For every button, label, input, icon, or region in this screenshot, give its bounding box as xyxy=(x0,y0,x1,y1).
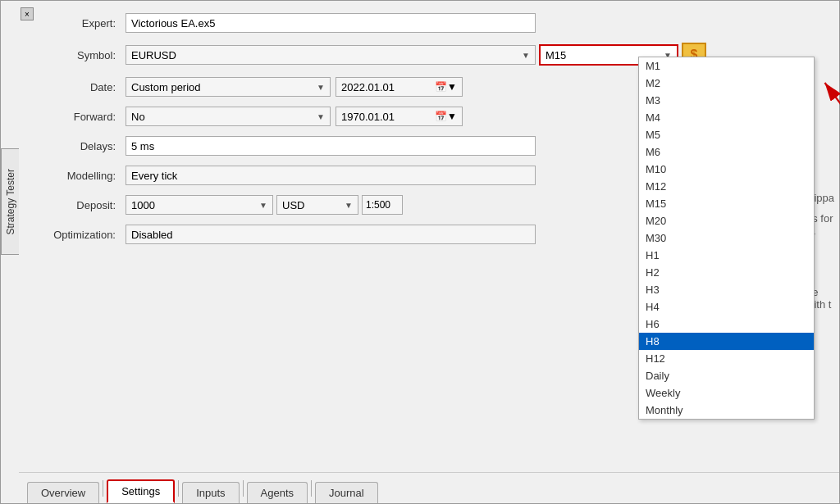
period-dropdown-list: M1M2M3M4M5M6M10M12M15M20M30H1H2H3H4H6H8H… xyxy=(638,57,815,420)
dropdown-item-h6[interactable]: H6 xyxy=(639,316,814,333)
symbol-value: EURUSD xyxy=(131,49,176,61)
forward-date-input[interactable]: 1970.01.01 📅▼ xyxy=(336,107,463,126)
content-area: Expert: Symbol: EURUSD ▼ M15 ▼ $ xyxy=(19,1,839,503)
deposit-amount-select[interactable]: 1000 ▼ xyxy=(126,195,273,215)
symbol-dropdown-arrow: ▼ xyxy=(522,51,530,60)
optimization-select[interactable]: Disabled xyxy=(126,225,536,244)
side-tab-label: Strategy Tester xyxy=(5,169,16,234)
expert-label: Expert: xyxy=(35,17,126,30)
forward-value: No xyxy=(131,111,145,123)
deposit-currency-select[interactable]: USD ▼ xyxy=(276,195,358,215)
deposit-arrow: ▼ xyxy=(259,201,267,210)
svg-line-1 xyxy=(825,83,841,107)
dropdown-item-h4[interactable]: H4 xyxy=(639,298,814,316)
date-type-value: Custom period xyxy=(131,81,201,93)
dropdown-item-h2[interactable]: H2 xyxy=(639,264,814,281)
tab-overview[interactable]: Overview xyxy=(27,482,99,503)
optimization-label: Optimization: xyxy=(35,229,126,241)
date-type-arrow: ▼ xyxy=(317,83,325,92)
leverage-input[interactable]: 1:500 xyxy=(362,195,403,215)
dropdown-item-m4[interactable]: M4 xyxy=(639,109,814,126)
symbol-label: Symbol: xyxy=(35,49,126,61)
tab-agents[interactable]: Agents xyxy=(247,482,308,503)
delays-label: Delays: xyxy=(35,140,126,152)
leverage-value: 1:500 xyxy=(366,199,390,211)
forward-select[interactable]: No ▼ xyxy=(126,107,331,126)
form-area: Expert: Symbol: EURUSD ▼ M15 ▼ $ xyxy=(19,1,839,472)
period-value: M15 xyxy=(546,49,566,61)
side-tab[interactable]: Strategy Tester xyxy=(1,148,19,255)
dropdown-item-m5[interactable]: M5 xyxy=(639,126,814,143)
modelling-select[interactable]: Every tick xyxy=(126,166,536,185)
tab-inputs[interactable]: Inputs xyxy=(182,482,239,503)
date-value-text: 2022.01.01 xyxy=(341,81,395,93)
dropdown-item-m12[interactable]: M12 xyxy=(639,178,814,195)
dropdown-item-m20[interactable]: M20 xyxy=(639,212,814,229)
main-window: × Strategy Tester Expert: Symbol: EURUSD… xyxy=(0,0,840,504)
deposit-amount-value: 1000 xyxy=(131,199,155,211)
close-icon: × xyxy=(25,10,30,19)
dropdown-item-monthly[interactable]: Monthly xyxy=(639,402,814,419)
dropdown-item-m3[interactable]: M3 xyxy=(639,92,814,109)
deposit-controls: 1000 ▼ USD ▼ 1:500 xyxy=(126,195,403,215)
expert-input[interactable] xyxy=(126,13,536,33)
tab-divider-3 xyxy=(243,480,244,497)
close-button[interactable]: × xyxy=(21,7,34,20)
dropdown-item-h12[interactable]: H12 xyxy=(639,350,814,367)
forward-label: Forward: xyxy=(35,111,126,123)
dropdown-item-m2[interactable]: M2 xyxy=(639,75,814,92)
dropdown-item-m10[interactable]: M10 xyxy=(639,161,814,178)
dropdown-item-h1[interactable]: H1 xyxy=(639,247,814,264)
bottom-tabs: OverviewSettingsInputsAgentsJournal xyxy=(19,472,839,503)
modelling-value: Every tick xyxy=(131,170,177,182)
tab-settings[interactable]: Settings xyxy=(107,479,175,503)
tab-divider-2 xyxy=(178,480,179,497)
dropdown-item-daily[interactable]: Daily xyxy=(639,367,814,384)
date-value-input[interactable]: 2022.01.01 📅▼ xyxy=(336,77,463,97)
dropdown-item-m15[interactable]: M15 xyxy=(639,195,814,212)
delays-input[interactable] xyxy=(126,136,536,156)
date-calendar-icon[interactable]: 📅▼ xyxy=(435,81,457,93)
deposit-label: Deposit: xyxy=(35,199,126,211)
expert-row: Expert: xyxy=(35,13,823,33)
symbol-controls: EURUSD ▼ M15 ▼ $ xyxy=(126,43,706,67)
forward-calendar-icon[interactable]: 📅▼ xyxy=(435,111,457,122)
currency-arrow: ▼ xyxy=(345,201,353,210)
dropdown-item-m30[interactable]: M30 xyxy=(639,229,814,247)
tab-journal[interactable]: Journal xyxy=(315,482,378,503)
dropdown-item-h8[interactable]: H8 xyxy=(639,333,814,350)
deposit-currency-value: USD xyxy=(282,199,304,211)
dropdown-item-h3[interactable]: H3 xyxy=(639,281,814,298)
date-type-select[interactable]: Custom period ▼ xyxy=(126,77,331,97)
optimization-value: Disabled xyxy=(131,229,173,241)
tab-divider-1 xyxy=(103,480,103,497)
dropdown-item-m1[interactable]: M1 xyxy=(639,57,814,75)
forward-arrow: ▼ xyxy=(317,112,325,121)
modelling-label: Modelling: xyxy=(35,170,126,182)
tab-divider-4 xyxy=(311,480,312,497)
dropdown-item-m6[interactable]: M6 xyxy=(639,143,814,161)
date-label: Date: xyxy=(35,81,126,93)
dropdown-item-weekly[interactable]: Weekly xyxy=(639,384,814,402)
forward-date-text: 1970.01.01 xyxy=(341,111,395,123)
symbol-select[interactable]: EURUSD ▼ xyxy=(126,45,536,65)
